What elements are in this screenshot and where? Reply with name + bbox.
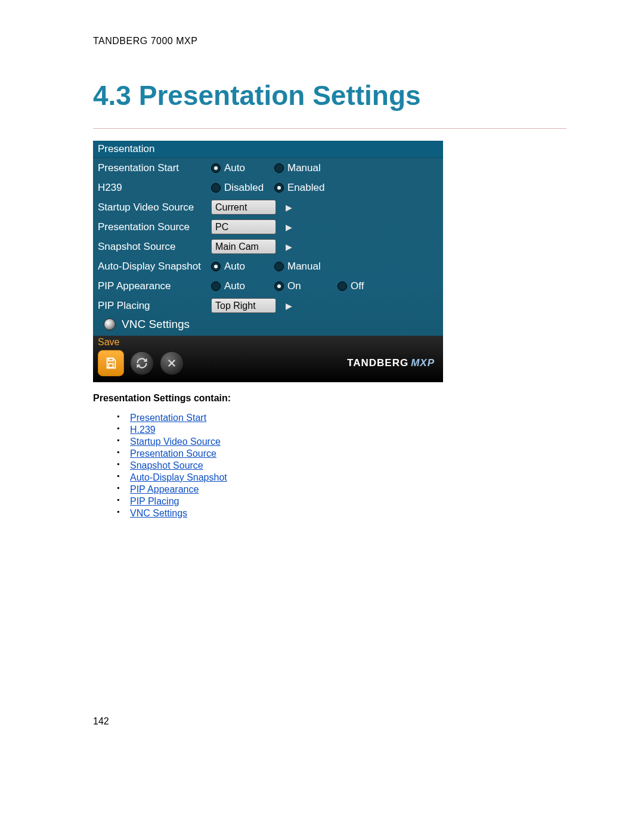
chevron-right-icon: ▶: [281, 239, 296, 254]
label-auto-display-snapshot: Auto-Display Snapshot: [98, 261, 211, 272]
label-snapshot-source: Snapshot Source: [98, 241, 211, 253]
chevron-right-icon: ▶: [281, 200, 296, 215]
links-list: Presentation Start H.239 Startup Video S…: [93, 412, 566, 519]
radio-presentation-start-manual[interactable]: Manual: [274, 162, 334, 174]
vnc-settings-label: VNC Settings: [122, 318, 190, 331]
label-presentation-start: Presentation Start: [98, 162, 211, 174]
list-item: VNC Settings: [117, 507, 566, 519]
select-value: PC: [211, 219, 276, 234]
radio-dot-icon: [211, 183, 221, 193]
list-item: Presentation Source: [117, 448, 566, 460]
label-h239: H239: [98, 182, 211, 194]
radio-h239-disabled[interactable]: Disabled: [211, 182, 271, 194]
list-item: Snapshot Source: [117, 460, 566, 472]
svg-rect-1: [109, 364, 113, 367]
link-auto-display-snapshot[interactable]: Auto-Display Snapshot: [130, 472, 227, 482]
settings-icon: [104, 318, 116, 330]
floppy-icon: [104, 357, 117, 370]
link-presentation-source[interactable]: Presentation Source: [130, 448, 216, 459]
list-item: PIP Placing: [117, 496, 566, 507]
select-value: Top Right: [211, 298, 276, 313]
link-presentation-start[interactable]: Presentation Start: [130, 413, 206, 423]
row-presentation-start: Presentation Start Auto Manual: [93, 158, 443, 178]
refresh-icon: [136, 357, 148, 369]
radio-dot-icon: [338, 281, 347, 291]
row-auto-display-snapshot: Auto-Display Snapshot Auto Manual: [93, 256, 443, 276]
link-snapshot-source[interactable]: Snapshot Source: [130, 460, 203, 470]
save-button[interactable]: [98, 350, 124, 376]
radio-dot-icon: [274, 262, 284, 271]
select-presentation-source[interactable]: PC ▶: [211, 219, 296, 234]
row-snapshot-source: Snapshot Source Main Cam ▶: [93, 237, 443, 256]
radio-pip-appearance-auto[interactable]: Auto: [211, 280, 271, 292]
row-startup-video-source: Startup Video Source Current ▶: [93, 197, 443, 217]
list-item: H.239: [117, 424, 566, 436]
row-h239: H239 Disabled Enabled: [93, 178, 443, 197]
radio-dot-icon: [211, 163, 221, 173]
vnc-settings-link[interactable]: VNC Settings: [93, 315, 443, 336]
link-h239[interactable]: H.239: [130, 425, 156, 435]
radio-auto-display-snapshot-auto[interactable]: Auto: [211, 261, 271, 272]
settings-panel: Presentation Presentation Start Auto Man…: [93, 141, 443, 382]
list-item: PIP Appearance: [117, 484, 566, 496]
chevron-right-icon: ▶: [281, 219, 296, 234]
radio-pip-appearance-off[interactable]: Off: [338, 280, 397, 292]
chevron-right-icon: ▶: [281, 298, 296, 313]
radio-pip-appearance-on[interactable]: On: [274, 280, 334, 292]
divider: [93, 128, 566, 129]
select-value: Main Cam: [211, 239, 276, 254]
svg-rect-0: [109, 358, 113, 361]
row-presentation-source: Presentation Source PC ▶: [93, 217, 443, 237]
list-item: Auto-Display Snapshot: [117, 472, 566, 484]
link-vnc-settings[interactable]: VNC Settings: [130, 508, 187, 518]
radio-h239-enabled[interactable]: Enabled: [274, 182, 334, 194]
panel-title: Presentation: [93, 141, 443, 158]
select-pip-placing[interactable]: Top Right ▶: [211, 298, 296, 313]
select-startup-video-source[interactable]: Current ▶: [211, 200, 296, 215]
radio-presentation-start-auto[interactable]: Auto: [211, 162, 271, 174]
radio-dot-icon: [211, 281, 221, 291]
radio-dot-icon: [274, 281, 284, 291]
brand-logo: TANDBERG MXP: [347, 357, 435, 369]
label-startup-video-source: Startup Video Source: [98, 202, 211, 213]
row-pip-placing: PIP Placing Top Right ▶: [93, 296, 443, 315]
refresh-button[interactable]: [130, 351, 154, 375]
row-pip-appearance: PIP Appearance Auto On Off: [93, 276, 443, 296]
close-button[interactable]: [160, 351, 184, 375]
radio-auto-display-snapshot-manual[interactable]: Manual: [274, 261, 334, 272]
label-presentation-source: Presentation Source: [98, 221, 211, 233]
close-icon: [166, 358, 177, 368]
page-number: 142: [93, 716, 566, 727]
product-name: TANDBERG 7000 MXP: [93, 36, 566, 47]
link-pip-appearance[interactable]: PIP Appearance: [130, 484, 199, 494]
subhead: Presentation Settings contain:: [93, 393, 566, 404]
select-value: Current: [211, 200, 276, 215]
page-title: 4.3 Presentation Settings: [93, 79, 566, 112]
radio-dot-icon: [274, 163, 284, 173]
select-snapshot-source[interactable]: Main Cam ▶: [211, 239, 296, 254]
link-pip-placing[interactable]: PIP Placing: [130, 496, 179, 506]
save-label: Save: [93, 336, 443, 348]
label-pip-appearance: PIP Appearance: [98, 280, 211, 292]
label-pip-placing: PIP Placing: [98, 300, 211, 312]
save-bar: Save TANDBERG MXP: [93, 336, 443, 382]
list-item: Presentation Start: [117, 412, 566, 424]
list-item: Startup Video Source: [117, 436, 566, 448]
radio-dot-icon: [274, 183, 284, 193]
link-startup-video-source[interactable]: Startup Video Source: [130, 436, 221, 447]
radio-dot-icon: [211, 262, 221, 271]
